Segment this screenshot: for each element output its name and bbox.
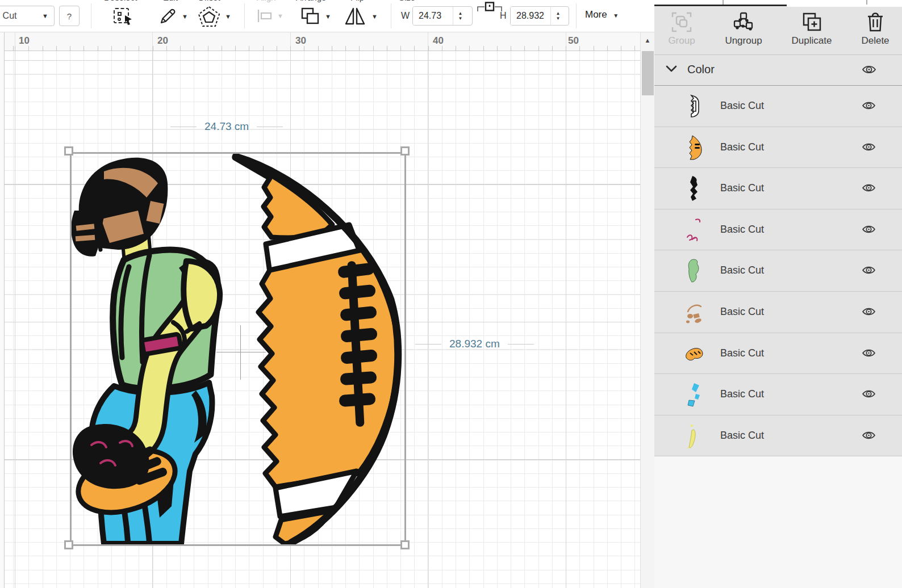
flip-mirror-icon xyxy=(344,7,366,26)
width-stepper[interactable]: ▲▼ xyxy=(453,7,467,25)
selection-center-crosshair xyxy=(240,325,241,380)
green-jersey-piece-thumbnail xyxy=(684,258,704,284)
toolbar-divider xyxy=(391,3,391,28)
selection-handle-top-left[interactable] xyxy=(64,146,73,156)
aspect-lock-icon[interactable] xyxy=(476,1,503,12)
ruler-number: 30 xyxy=(295,35,306,47)
chevron-down-icon: ▼ xyxy=(371,13,378,20)
layer-actions-bar: Group Ungroup xyxy=(654,7,902,55)
yellow-arm-piece-thumbnail xyxy=(684,423,704,449)
flip-button[interactable]: ▼ xyxy=(344,7,378,27)
align-section-label: Align xyxy=(257,0,275,2)
height-input[interactable] xyxy=(511,7,550,25)
height-stepper[interactable]: ▲▼ xyxy=(550,7,565,25)
delete-button[interactable]: Delete xyxy=(848,11,902,47)
canvas-vertical-scrollbar[interactable]: ▲ xyxy=(640,32,654,588)
horizontal-ruler: 10 20 30 40 50 xyxy=(5,32,640,51)
toolbar-divider xyxy=(576,3,577,28)
align-button[interactable]: ▼ xyxy=(257,9,285,25)
eye-icon[interactable] xyxy=(862,224,876,234)
deselect-section-label: Deselect xyxy=(104,0,137,2)
layer-row[interactable]: Basic Cut xyxy=(654,374,902,415)
eye-icon[interactable] xyxy=(862,306,876,317)
scroll-up-arrow[interactable]: ▲ xyxy=(641,37,654,44)
eye-icon[interactable] xyxy=(862,348,876,358)
selection-width-dimension: 24.73 cm xyxy=(170,120,283,133)
trash-icon xyxy=(865,11,886,33)
design-canvas[interactable]: 24.73 cm 28.932 cm xyxy=(5,51,640,588)
chevron-down-icon: ▼ xyxy=(42,12,48,19)
active-tab-indicator xyxy=(654,5,787,6)
edit-button[interactable]: ▼ xyxy=(158,7,190,27)
eye-icon[interactable] xyxy=(862,100,876,111)
cursor-arrow-icon xyxy=(124,15,134,26)
offset-button[interactable]: ▼ xyxy=(198,6,233,28)
ungroup-icon xyxy=(733,11,754,33)
edit-section-label: Edit xyxy=(163,0,178,2)
align-left-icon xyxy=(257,9,273,23)
help-button[interactable]: ? xyxy=(59,6,80,26)
toolbar-divider xyxy=(244,3,245,28)
layer-row[interactable]: Basic Cut xyxy=(654,415,902,457)
tan-skin-piece-thumbnail xyxy=(684,299,704,325)
ungroup-button[interactable]: Ungroup xyxy=(716,11,771,47)
maroon-detail-piece-thumbnail xyxy=(684,217,704,243)
selection-center-crosshair xyxy=(216,352,266,352)
white-outline-piece-thumbnail xyxy=(684,93,704,119)
layer-row[interactable]: Basic Cut xyxy=(654,333,902,375)
chevron-down-icon: ▼ xyxy=(277,12,283,19)
eye-icon[interactable] xyxy=(862,64,876,75)
layer-row[interactable]: Basic Cut xyxy=(654,292,902,333)
eye-icon[interactable] xyxy=(862,142,876,152)
chevron-down-icon: ▼ xyxy=(325,13,331,20)
selection-handle-top-right[interactable] xyxy=(400,146,410,156)
top-toolbar: Deselect Edit Offset Align Arrange Flip … xyxy=(0,0,654,32)
vertical-ruler-edge xyxy=(0,32,5,588)
selection-handle-bottom-left[interactable] xyxy=(64,540,73,549)
arrange-button[interactable]: ▼ xyxy=(300,7,333,27)
duplicate-button[interactable]: Duplicate xyxy=(784,11,839,47)
group-title: Color xyxy=(687,63,715,76)
eye-icon[interactable] xyxy=(862,265,876,275)
layer-row[interactable]: Basic Cut xyxy=(654,250,902,292)
height-field: ▲▼ xyxy=(510,6,569,26)
layers-panel: Group Ungroup xyxy=(654,0,902,588)
height-label: H xyxy=(500,11,507,21)
operation-type-dropdown[interactable]: Basic Cut ▼ xyxy=(0,6,55,26)
selection-height-dimension: 28.932 cm xyxy=(415,338,534,350)
eye-icon[interactable] xyxy=(862,183,876,193)
layer-row[interactable]: Basic Cut xyxy=(654,168,902,209)
flip-section-label: Flip xyxy=(350,0,364,2)
width-label: W xyxy=(401,11,410,21)
width-field: ▲▼ xyxy=(412,6,473,26)
chevron-down-icon: ▼ xyxy=(182,13,188,20)
scrollbar-thumb[interactable] xyxy=(642,51,654,95)
deselect-button[interactable] xyxy=(112,7,136,27)
duplicate-icon xyxy=(801,11,822,33)
layer-row[interactable]: Basic Cut xyxy=(654,127,902,169)
layer-list: Basic Cut Basic Cut Basic Cut xyxy=(654,86,902,456)
operation-type-value: Basic Cut xyxy=(0,11,16,21)
layer-row[interactable]: Basic Cut xyxy=(654,209,902,251)
selection-handle-bottom-right[interactable] xyxy=(400,540,410,549)
group-icon xyxy=(671,11,692,33)
toolbar-divider xyxy=(91,3,91,28)
eye-icon[interactable] xyxy=(862,389,876,399)
group-button[interactable]: Group xyxy=(654,11,709,47)
pencil-icon xyxy=(158,7,177,26)
width-input[interactable] xyxy=(413,7,453,25)
chevron-down-icon[interactable] xyxy=(666,65,677,73)
blue-pants-piece-thumbnail xyxy=(684,381,704,408)
selection-bounding-box[interactable] xyxy=(70,152,406,546)
black-outline-piece-thumbnail xyxy=(684,175,704,201)
panel-tab-strip[interactable] xyxy=(654,0,902,7)
ruler-number: 40 xyxy=(433,35,444,47)
offset-pentagon-icon xyxy=(198,6,220,27)
height-dimension-label: 28.932 cm xyxy=(449,338,500,350)
chevron-down-icon: ▼ xyxy=(613,12,619,19)
arrange-section-label: Arrange xyxy=(296,0,326,2)
layer-row[interactable]: Basic Cut xyxy=(654,86,902,127)
more-button[interactable]: More ▼ xyxy=(585,9,619,20)
color-group-header[interactable]: Color xyxy=(654,55,902,86)
eye-icon[interactable] xyxy=(862,430,876,440)
